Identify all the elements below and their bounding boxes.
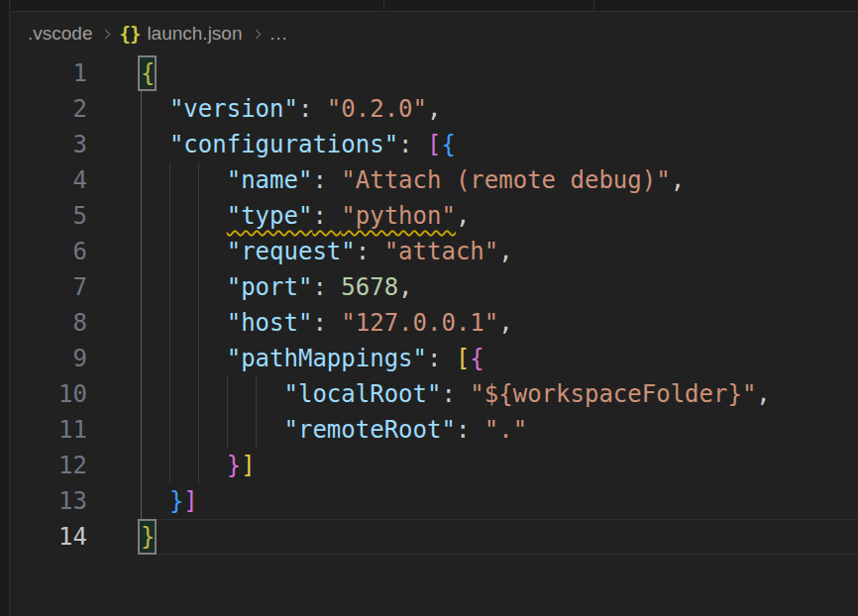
vscode-editor-window: .vscode {} launch.json … 1{2 "version": … [0, 0, 858, 616]
indent-guide [141, 162, 142, 198]
line-content[interactable]: "remoteRoot": "." [87, 412, 858, 448]
indent-guide [198, 162, 199, 198]
line-content[interactable]: } [87, 519, 858, 555]
indent-guide [198, 448, 199, 483]
code-line[interactable]: 10 "localRoot": "${workspaceFolder}", [11, 376, 858, 412]
indent-guide [169, 305, 170, 341]
line-content[interactable]: "name": "Attach (remote debug)", [87, 162, 858, 198]
tab-separator [593, 0, 594, 12]
indent-guide [198, 341, 199, 376]
line-number[interactable]: 14 [11, 519, 87, 555]
line-number[interactable]: 8 [11, 305, 87, 341]
warning-squiggle-text: "type": "python" [227, 202, 456, 230]
code-line[interactable]: 1{ [11, 55, 858, 91]
indent-guide [169, 448, 170, 483]
indent-guide [169, 198, 170, 234]
code-line[interactable]: 2 "version": "0.2.0", [11, 91, 858, 127]
tab-bar [11, 0, 858, 12]
indent-guide [169, 269, 170, 305]
line-content[interactable]: }] [87, 483, 858, 519]
chevron-right-icon [251, 29, 261, 39]
indent-guide [198, 234, 199, 269]
code-line[interactable]: 13 }] [11, 483, 858, 519]
line-content[interactable]: "localRoot": "${workspaceFolder}", [87, 376, 858, 412]
line-number[interactable]: 4 [11, 162, 87, 198]
indent-guide [141, 448, 142, 483]
line-number[interactable]: 1 [11, 55, 87, 91]
line-content[interactable]: "port": 5678, [87, 269, 858, 305]
indent-guide [227, 376, 228, 412]
code-line[interactable]: 12 }] [11, 448, 858, 483]
code-line[interactable]: 7 "port": 5678, [11, 269, 858, 305]
indent-guide [141, 269, 142, 305]
current-line-highlight [139, 519, 858, 555]
tab-separator [383, 0, 384, 12]
line-content[interactable]: "version": "0.2.0", [87, 91, 858, 127]
line-number[interactable]: 10 [11, 376, 87, 412]
line-content[interactable]: { [87, 55, 858, 91]
code-lines: 1{2 "version": "0.2.0",3 "configurations… [11, 55, 858, 555]
line-content[interactable]: "pathMappings": [{ [87, 341, 858, 376]
chevron-right-icon [101, 29, 111, 39]
line-number[interactable]: 11 [11, 412, 87, 448]
line-number[interactable]: 12 [11, 448, 87, 483]
code-editor[interactable]: 1{2 "version": "0.2.0",3 "configurations… [11, 55, 858, 616]
indent-guide [198, 269, 199, 305]
line-number[interactable]: 5 [11, 198, 87, 234]
indent-guide [198, 412, 199, 448]
code-line[interactable]: 9 "pathMappings": [{ [11, 341, 858, 376]
indent-guide [227, 412, 228, 448]
indent-guide [169, 162, 170, 198]
code-line[interactable]: 4 "name": "Attach (remote debug)", [11, 162, 858, 198]
indent-guide [141, 127, 142, 162]
indent-guide [198, 198, 199, 234]
breadcrumb-file[interactable]: launch.json [147, 23, 242, 45]
line-content[interactable]: }] [87, 448, 858, 483]
line-number[interactable]: 2 [11, 91, 87, 127]
indent-guide [141, 91, 142, 127]
indent-guide [141, 341, 142, 376]
line-content[interactable]: "type": "python", [87, 198, 858, 234]
line-number[interactable]: 6 [11, 234, 87, 269]
code-line[interactable]: 3 "configurations": [{ [11, 127, 858, 162]
indent-guide [169, 341, 170, 376]
indent-guide [141, 198, 142, 234]
breadcrumb: .vscode {} launch.json … [11, 13, 858, 54]
indent-guide [256, 412, 257, 448]
code-line[interactable]: 11 "remoteRoot": "." [11, 412, 858, 448]
indent-guide [141, 412, 142, 448]
line-number[interactable]: 13 [11, 483, 87, 519]
indent-guide [198, 376, 199, 412]
breadcrumb-overflow[interactable]: … [269, 23, 288, 45]
line-content[interactable]: "request": "attach", [87, 234, 858, 269]
indent-guide [198, 305, 199, 341]
editor-left-gutter-strip [0, 0, 10, 616]
json-file-icon: {} [119, 23, 140, 45]
indent-guide [256, 376, 257, 412]
line-content[interactable]: "configurations": [{ [87, 127, 858, 162]
code-line[interactable]: 14} [11, 519, 858, 555]
line-number[interactable]: 3 [11, 127, 87, 162]
indent-guide [141, 234, 142, 269]
indent-guide [169, 412, 170, 448]
breadcrumb-folder[interactable]: .vscode [28, 23, 92, 45]
indent-guide [141, 376, 142, 412]
indent-guide [169, 376, 170, 412]
line-content[interactable]: "host": "127.0.0.1", [87, 305, 858, 341]
indent-guide [141, 305, 142, 341]
code-line[interactable]: 5 "type": "python", [11, 198, 858, 234]
line-number[interactable]: 9 [11, 341, 87, 376]
code-line[interactable]: 8 "host": "127.0.0.1", [11, 305, 858, 341]
line-number[interactable]: 7 [11, 269, 87, 305]
indent-guide [141, 483, 142, 519]
code-line[interactable]: 6 "request": "attach", [11, 234, 858, 269]
indent-guide [169, 234, 170, 269]
